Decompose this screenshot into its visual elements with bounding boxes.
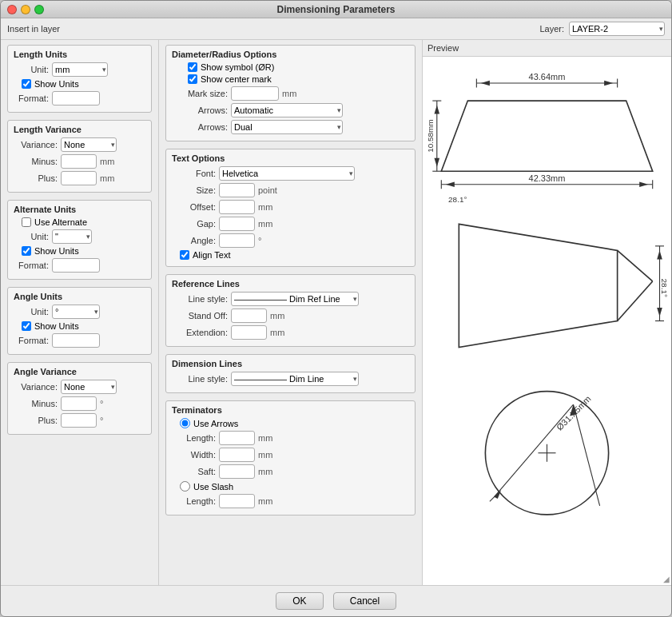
size-input[interactable]: 9: [219, 183, 255, 197]
length-unit-select-wrapper[interactable]: mm in cm: [52, 62, 108, 77]
arrows2-select[interactable]: Dual Single None: [231, 120, 343, 134]
arrows1-label: Arrows:: [172, 105, 228, 115]
ok-button[interactable]: OK: [276, 592, 324, 610]
layer-select-wrapper[interactable]: LAYER-2: [569, 22, 665, 36]
mark-size-input[interactable]: 3.00: [231, 86, 279, 101]
font-label: Font:: [172, 169, 216, 178]
alt-unit-select[interactable]: " in: [52, 229, 92, 244]
maximize-button[interactable]: [34, 5, 44, 14]
dim-line-style-select-wrapper[interactable]: —————— Dim Line: [231, 372, 359, 386]
dim-line-style-select[interactable]: —————— Dim Line: [231, 372, 359, 386]
font-select[interactable]: Helvetica Arial Times New Roman: [219, 166, 355, 181]
angle-unit-select[interactable]: ° rad: [52, 305, 100, 319]
ref-line-style-row: Line style: —————— Dim Ref Line: [172, 292, 409, 306]
arrows1-select-wrapper[interactable]: Automatic Inside Outside: [231, 103, 343, 117]
term-saft-row: Saft: 10.00 mm: [172, 464, 409, 479]
length-unit-select[interactable]: mm in cm: [52, 62, 108, 77]
show-center-mark-label[interactable]: Show center mark: [201, 74, 272, 84]
align-text-row: Align Text: [172, 250, 409, 260]
length-variance-select-wrapper[interactable]: None Symmetric Limit: [61, 137, 117, 152]
font-select-wrapper[interactable]: Helvetica Arial Times New Roman: [219, 166, 355, 181]
arrows2-select-wrapper[interactable]: Dual Single None: [231, 120, 343, 134]
use-arrows-radio[interactable]: [180, 418, 190, 428]
svg-text:42.33mm: 42.33mm: [529, 173, 566, 183]
alternate-units-section: Alternate Units Use Alternate Unit: " in: [7, 200, 152, 280]
alt-unit-select-wrapper[interactable]: " in: [52, 229, 92, 244]
angle-variance-select[interactable]: None Symmetric: [61, 380, 117, 394]
angle-unit-select-wrapper[interactable]: ° rad: [52, 305, 100, 319]
extendion-input[interactable]: 3.00: [231, 325, 267, 340]
angle-plus-input[interactable]: 1.0: [61, 413, 97, 428]
term-saft-input[interactable]: 10.00: [219, 464, 255, 479]
length-plus-input[interactable]: 1.00: [61, 171, 97, 185]
layer-label: Layer:: [539, 24, 564, 34]
svg-marker-34: [494, 490, 501, 499]
arrows2-label: Arrows:: [172, 122, 228, 132]
slash-length-input[interactable]: 3.00: [219, 494, 255, 508]
offset-input[interactable]: 0.00: [219, 200, 255, 214]
stand-off-label: Stand Off:: [172, 311, 228, 320]
length-variance-select[interactable]: None Symmetric Limit: [61, 137, 117, 152]
angle-variance-label: Variance:: [14, 382, 58, 392]
use-slash-radio[interactable]: [180, 481, 190, 492]
use-alternate-label[interactable]: Use Alternate: [34, 217, 87, 227]
length-show-units-checkbox[interactable]: [22, 79, 31, 89]
use-alternate-checkbox[interactable]: [22, 217, 31, 227]
svg-marker-20: [459, 224, 617, 347]
align-text-label[interactable]: Align Text: [193, 250, 231, 260]
terminators-title: Terminators: [172, 405, 409, 415]
stand-off-input[interactable]: 2.00: [231, 308, 267, 323]
alt-show-units-checkbox[interactable]: [22, 246, 31, 256]
term-length-input[interactable]: 4.00: [219, 431, 255, 445]
mark-size-row: Mark size: 3.00 mm: [172, 86, 409, 101]
reference-lines-title: Reference Lines: [172, 279, 409, 289]
stand-off-row: Stand Off: 2.00 mm: [172, 308, 409, 323]
minimize-button[interactable]: [21, 5, 30, 14]
angle-variance-row: Variance: None Symmetric: [14, 380, 145, 394]
gap-label: Gap:: [172, 219, 216, 229]
show-center-mark-row: Show center mark: [188, 74, 409, 84]
mark-size-label: Mark size:: [172, 89, 228, 98]
angle-text-input[interactable]: 0.0: [219, 233, 255, 248]
length-units-title: Length Units: [14, 50, 145, 59]
length-show-units-label[interactable]: Show Units: [34, 79, 79, 89]
cancel-button[interactable]: Cancel: [333, 592, 396, 610]
slash-length-row: Length: 3.00 mm: [172, 494, 409, 508]
length-unit-label: Unit:: [14, 65, 49, 74]
length-minus-unit: mm: [100, 157, 114, 166]
diameter-radius-title: Diameter/Radius Options: [172, 50, 409, 59]
length-format-input[interactable]: 0.00: [52, 91, 100, 105]
gap-input[interactable]: 2.00: [219, 217, 255, 231]
title-bar: Dimensioning Parameters: [1, 1, 671, 18]
length-minus-input[interactable]: -1.00: [61, 154, 97, 169]
alt-show-units-label[interactable]: Show Units: [34, 246, 79, 256]
angle-format-input[interactable]: 0.0: [52, 333, 100, 348]
term-width-unit: mm: [258, 450, 272, 460]
angle-minus-input[interactable]: -1.0: [61, 396, 97, 411]
ref-line-style-select[interactable]: —————— Dim Ref Line: [231, 292, 359, 306]
terminators-section: Terminators Use Arrows Length: 4.00 mm W…: [165, 400, 416, 515]
angle-show-units-label[interactable]: Show Units: [34, 321, 79, 331]
arrows1-select[interactable]: Automatic Inside Outside: [231, 103, 343, 117]
angle-variance-select-wrapper[interactable]: None Symmetric: [61, 380, 117, 394]
svg-marker-28: [657, 308, 662, 316]
show-symbol-checkbox[interactable]: [188, 62, 197, 72]
show-symbol-label[interactable]: Show symbol (ØR): [201, 62, 274, 72]
align-text-checkbox[interactable]: [180, 250, 189, 260]
alt-format-input[interactable]: 0.000: [52, 258, 100, 273]
term-width-input[interactable]: 2.00: [219, 448, 255, 462]
alt-format-label: Format:: [14, 261, 49, 270]
window-title: Dimensioning Parameters: [276, 4, 395, 15]
close-button[interactable]: [7, 5, 17, 14]
angle-show-units-checkbox[interactable]: [22, 321, 31, 331]
use-arrows-label[interactable]: Use Arrows: [193, 419, 238, 428]
layer-select[interactable]: LAYER-2: [569, 22, 665, 36]
right-section: Diameter/Radius Options Show symbol (ØR)…: [159, 40, 671, 585]
ref-line-style-select-wrapper[interactable]: —————— Dim Ref Line: [231, 292, 359, 306]
diameter-radius-section: Diameter/Radius Options Show symbol (ØR)…: [165, 45, 416, 141]
use-slash-label[interactable]: Use Slash: [193, 482, 233, 492]
length-format-row: Format: 0.00: [14, 91, 145, 105]
show-center-mark-checkbox[interactable]: [188, 74, 197, 84]
angle-plus-label: Plus:: [14, 416, 58, 425]
use-arrows-row: Use Arrows: [172, 418, 409, 428]
